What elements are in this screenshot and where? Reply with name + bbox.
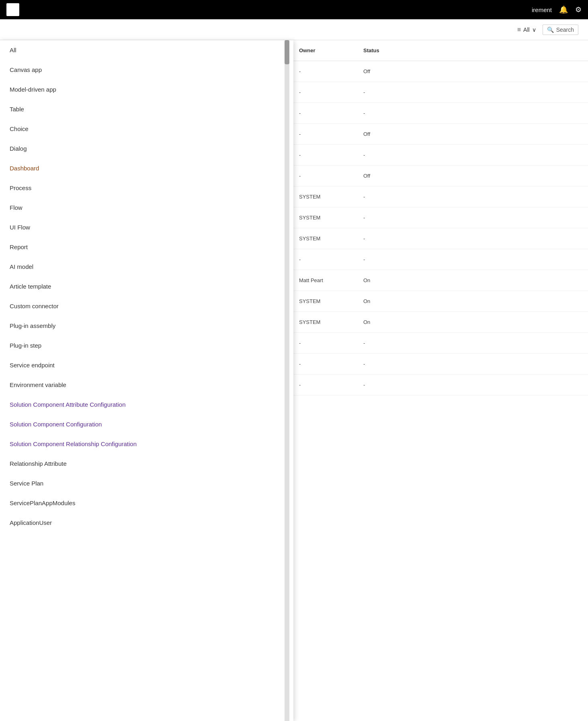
top-bar: irement 🔔 ⚙: [0, 0, 588, 19]
cell-status: -: [363, 340, 404, 346]
cell-owner: -: [299, 68, 363, 74]
gear-icon[interactable]: ⚙: [575, 5, 582, 14]
cell-status: -: [363, 256, 404, 262]
right-table-row: - -: [289, 354, 588, 375]
dropdown-item-solution-component-attribute-configuration[interactable]: Solution Component Attribute Configurati…: [0, 395, 293, 414]
chevron-down-icon: ∨: [532, 27, 536, 33]
dropdown-item-solution-component-relationship-configuration[interactable]: Solution Component Relationship Configur…: [0, 434, 293, 454]
dropdown-item-table[interactable]: Table: [0, 99, 293, 119]
cell-owner: -: [299, 361, 363, 367]
type-filter-dropdown[interactable]: AllCanvas appModel-driven appTableChoice…: [0, 40, 293, 721]
cell-owner: SYSTEM: [299, 236, 363, 242]
right-table-row: - -: [289, 82, 588, 103]
environment-title: irement: [532, 6, 552, 13]
cell-owner: -: [299, 131, 363, 137]
right-table-row: SYSTEM On: [289, 312, 588, 333]
cell-status: Off: [363, 68, 404, 74]
dropdown-item-dialog[interactable]: Dialog: [0, 139, 293, 158]
dropdown-item-service-endpoint[interactable]: Service endpoint: [0, 355, 293, 375]
cell-status: On: [363, 298, 404, 304]
dropdown-item-plug-in-step[interactable]: Plug-in step: [0, 336, 293, 355]
top-bar-left: [6, 3, 19, 16]
cell-owner: -: [299, 110, 363, 116]
right-table-row: SYSTEM -: [289, 186, 588, 207]
cell-owner: -: [299, 152, 363, 158]
bell-icon[interactable]: 🔔: [559, 5, 568, 14]
col-owner-header: Owner: [299, 47, 363, 53]
dropdown-item-serviceplanappmodules[interactable]: ServicePlanAppModules: [0, 493, 293, 513]
right-table-row: - -: [289, 103, 588, 124]
dropdown-item-environment-variable[interactable]: Environment variable: [0, 375, 293, 395]
right-table-row: SYSTEM On: [289, 291, 588, 312]
cell-status: -: [363, 382, 404, 388]
dropdown-item-ai-model[interactable]: AI model: [0, 257, 293, 277]
scrollbar-thumb[interactable]: [285, 40, 289, 64]
dropdown-item-report[interactable]: Report: [0, 237, 293, 257]
cell-owner: SYSTEM: [299, 319, 363, 325]
cell-status: -: [363, 361, 404, 367]
cell-owner: -: [299, 382, 363, 388]
dropdown-item-all[interactable]: All: [0, 40, 293, 60]
dropdown-item-plug-in-assembly[interactable]: Plug-in assembly: [0, 316, 293, 336]
right-table-row: - -: [289, 145, 588, 166]
dropdown-item-dashboard[interactable]: Dashboard: [0, 158, 293, 178]
right-panel: Owner Status - Off - - - - - Off - - - O…: [289, 40, 588, 721]
dropdown-item-choice[interactable]: Choice: [0, 119, 293, 139]
search-bar[interactable]: 🔍 Search: [543, 25, 578, 35]
search-icon: 🔍: [547, 27, 554, 33]
right-table-row: - -: [289, 375, 588, 395]
dropdown-item-canvas-app[interactable]: Canvas app: [0, 60, 293, 80]
dropdown-item-article-template[interactable]: Article template: [0, 277, 293, 296]
dropdown-item-service-plan[interactable]: Service Plan: [0, 473, 293, 493]
dropdown-items: AllCanvas appModel-driven appTableChoice…: [0, 40, 293, 533]
dropdown-item-process[interactable]: Process: [0, 178, 293, 198]
right-table-row: - -: [289, 249, 588, 270]
cell-status: -: [363, 194, 404, 200]
dropdown-item-applicationuser[interactable]: ApplicationUser: [0, 513, 293, 533]
top-bar-right: irement 🔔 ⚙: [532, 5, 582, 14]
cell-owner: SYSTEM: [299, 194, 363, 200]
col-status-header: Status: [363, 47, 404, 53]
cell-status: -: [363, 89, 404, 95]
cell-status: -: [363, 236, 404, 242]
dropdown-item-flow[interactable]: Flow: [0, 198, 293, 217]
cell-owner: Matt Peart: [299, 277, 363, 283]
dropdown-item-custom-connector[interactable]: Custom connector: [0, 296, 293, 316]
dropdown-item-model-driven-app[interactable]: Model-driven app: [0, 80, 293, 99]
right-table-row: - -: [289, 333, 588, 354]
right-table-row: - Off: [289, 61, 588, 82]
filter-label: All: [523, 27, 530, 33]
scrollbar-track[interactable]: [285, 40, 289, 721]
sub-header: ≡ All ∨ 🔍 Search: [0, 19, 588, 40]
cell-status: Off: [363, 131, 404, 137]
filter-dropdown[interactable]: ≡ All ∨: [517, 26, 536, 33]
cell-status: On: [363, 319, 404, 325]
cell-status: -: [363, 215, 404, 221]
filter-icon: ≡: [517, 26, 521, 33]
cell-owner: -: [299, 89, 363, 95]
cell-status: Off: [363, 173, 404, 179]
cell-status: On: [363, 277, 404, 283]
cell-status: -: [363, 152, 404, 158]
right-table-row: - Off: [289, 124, 588, 145]
cell-owner: SYSTEM: [299, 298, 363, 304]
cell-owner: -: [299, 173, 363, 179]
search-label: Search: [556, 27, 574, 33]
right-table-row: SYSTEM -: [289, 207, 588, 228]
cell-owner: SYSTEM: [299, 215, 363, 221]
right-table-row: Matt Peart On: [289, 270, 588, 291]
dropdown-item-solution-component-configuration[interactable]: Solution Component Configuration: [0, 414, 293, 434]
right-rows: - Off - - - - - Off - - - Off SYSTEM - S…: [289, 61, 588, 395]
dropdown-item-relationship-attribute[interactable]: Relationship Attribute: [0, 454, 293, 473]
right-header: Owner Status: [289, 40, 588, 61]
cell-owner: -: [299, 256, 363, 262]
right-table-row: - Off: [289, 166, 588, 186]
cell-owner: -: [299, 340, 363, 346]
cell-status: -: [363, 110, 404, 116]
app-logo: [6, 3, 19, 16]
dropdown-item-ui-flow[interactable]: UI Flow: [0, 217, 293, 237]
right-table-row: SYSTEM -: [289, 228, 588, 249]
